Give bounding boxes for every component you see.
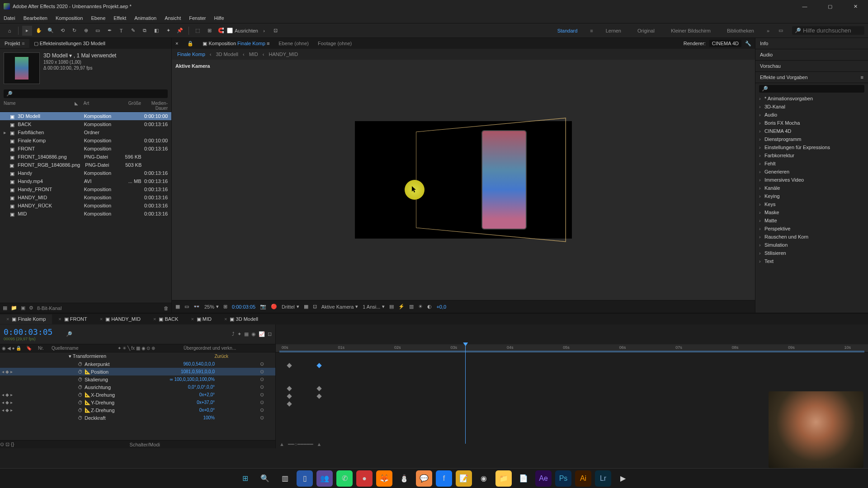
project-item[interactable]: ▣Finale KompKomposition0:00:10:00 (0, 136, 171, 145)
shape-tool-icon[interactable]: ▭ (93, 26, 103, 36)
effect-category[interactable]: Dienstprogramm (755, 135, 868, 143)
shy-icon[interactable]: ⤴ (232, 331, 235, 337)
effect-category[interactable]: Matte (755, 216, 868, 225)
timeline-tab[interactable]: × ▣ 3D Modell (218, 314, 264, 324)
menu-edit[interactable]: Bearbeiten (24, 15, 47, 21)
effect-category[interactable]: Audio (755, 111, 868, 119)
timeline-tab[interactable]: × ▣ HANDY_MID (94, 314, 147, 324)
effects-list[interactable]: * Animationsvorgaben3D-KanalAudioBoris F… (755, 94, 868, 313)
project-item[interactable]: ▣3D ModellKomposition0:00:10:00 (0, 112, 171, 120)
breadcrumb-item[interactable]: HANDY_MID (269, 52, 298, 57)
timeline-property-row[interactable]: ⏱ Ankerpunkt960,0,540,0,0,0⊙ (0, 360, 275, 368)
hand-tool-icon[interactable]: ✋ (34, 26, 44, 36)
panel-preview[interactable]: Vorschau (755, 61, 868, 72)
effect-category[interactable]: Maske (755, 208, 868, 216)
tab-effect-controls[interactable]: ▢ Effekteinstellungen 3D Modell (29, 39, 110, 48)
trash-icon[interactable]: 🗑 (164, 305, 169, 311)
exposure-value[interactable]: +0,0 (436, 304, 446, 310)
keyframe-icon[interactable] (287, 401, 292, 406)
zoom-dropdown[interactable]: 25% ▾ (204, 304, 219, 310)
project-item[interactable]: ▣BACKKomposition0:00:13:16 (0, 120, 171, 128)
frame-blend-icon[interactable]: ▦ (244, 331, 249, 337)
workspace-learn[interactable]: Lernen (602, 26, 625, 35)
obs-icon[interactable]: ◉ (476, 470, 492, 487)
timeline-tab[interactable]: × ▣ MID (184, 314, 218, 324)
taskbar-search-icon[interactable]: 🔍 (257, 470, 273, 487)
menu-composition[interactable]: Komposition (56, 15, 83, 21)
rotate-tool-icon[interactable]: ↻ (69, 26, 79, 36)
toggle-switches-icon[interactable]: ⊙ ⊡ {} (0, 441, 14, 447)
playhead[interactable] (465, 344, 466, 444)
timeline-property-row[interactable]: ⏱ Skalierung∞ 100,0,100,0,100,0%⊙ (0, 375, 275, 383)
project-item[interactable]: ▣HANDY_RÜCKKomposition0:00:13:16 (0, 202, 171, 210)
tab-composition[interactable]: ▣ Komposition Finale Komp ≡ (203, 41, 269, 47)
maximize-button[interactable]: ▢ (821, 2, 839, 11)
keyframe-icon[interactable] (287, 363, 292, 368)
tab-project[interactable]: Projekt≡ (0, 39, 29, 48)
renderer-value[interactable]: CINEMA 4D (709, 40, 741, 47)
panel-info[interactable]: Info (755, 38, 868, 49)
effect-category[interactable]: Kanäle (755, 184, 868, 192)
timeline-tab[interactable]: × ▣ Finale Komp (0, 314, 52, 324)
project-item[interactable]: ▣Handy.mp4AVI... MB0:00:13:16 (0, 177, 171, 185)
notes-icon[interactable]: 📝 (456, 470, 472, 487)
app-icon[interactable]: ▶ (615, 470, 631, 487)
timeline-timecode[interactable]: 0:00:03:05 (4, 327, 52, 337)
effect-category[interactable]: Text (755, 257, 868, 265)
photoshop-icon[interactable]: Ps (555, 470, 571, 487)
phone-layer[interactable] (481, 130, 527, 230)
region-icon[interactable]: ⊡ (313, 304, 317, 310)
zoom-tool-icon[interactable]: 🔍 (46, 26, 56, 36)
tab-layer[interactable]: Ebene (ohne) (278, 41, 309, 46)
graph-icon[interactable]: 📈 (259, 331, 265, 337)
snapshot-icon[interactable]: 📷 (260, 304, 266, 310)
project-item[interactable]: ▸▣FarbflächenOrdner (0, 128, 171, 136)
selection-tool-icon[interactable]: ▸ (22, 26, 32, 36)
breadcrumb-item[interactable]: MID (249, 52, 258, 57)
snap-grid-icon[interactable]: ⊡ (271, 26, 281, 36)
workspace-small[interactable]: Kleiner Bildschirm (667, 26, 714, 35)
preview-time[interactable]: 0:00:03:05 (232, 304, 255, 310)
workspace-original[interactable]: Original (634, 26, 658, 35)
zoom-in-icon[interactable]: ▲ (317, 441, 322, 447)
timeline-property-row[interactable]: ◂ ◆ ▸⏱ 📐 Position1081,0,591,0,0,0⊙ (0, 368, 275, 375)
effect-category[interactable]: Fehlt (755, 160, 868, 168)
keyframe-icon[interactable] (316, 394, 321, 399)
type-tool-icon[interactable]: T (116, 26, 126, 36)
firefox-icon[interactable]: 🦊 (376, 470, 392, 487)
adjust-icon[interactable]: ⊡ (268, 331, 272, 337)
pen-tool-icon[interactable]: ✒ (104, 26, 114, 36)
brush-tool-icon[interactable]: ✎ (128, 26, 138, 36)
menu-view[interactable]: Ansicht (165, 15, 181, 21)
breadcrumb-item[interactable]: 3D Modell (216, 52, 238, 57)
effect-category[interactable]: Keys (755, 200, 868, 208)
effect-category[interactable]: Farbkorrektur (755, 151, 868, 160)
timeline-icon[interactable]: ▥ (409, 304, 414, 310)
interpret-icon[interactable]: ▦ (3, 305, 7, 311)
project-item[interactable]: ▣FRONT_1840886.pngPNG-Datei596 KB (0, 153, 171, 161)
motion-blur-icon[interactable]: ◉ (251, 331, 256, 337)
timeline-tab[interactable]: × ▣ BACK (147, 314, 184, 324)
task-view-icon[interactable]: ▥ (277, 470, 293, 487)
fast-preview-icon[interactable]: ⚡ (398, 304, 405, 310)
keyframe-icon[interactable] (287, 386, 292, 391)
effect-category[interactable]: Einstellungen für Expressions (755, 143, 868, 151)
panel-effects-presets[interactable]: Effekte und Vorgaben≡ (755, 72, 868, 83)
new-folder-icon[interactable]: 📁 (11, 305, 17, 311)
lightroom-icon[interactable]: Lr (595, 470, 611, 487)
workspace-menu-icon[interactable]: ≡ (590, 28, 593, 33)
effect-category[interactable]: Stilisieren (755, 249, 868, 257)
panel-audio[interactable]: Audio (755, 49, 868, 61)
timeline-tab[interactable]: × ▣ FRONT (52, 314, 93, 324)
project-item[interactable]: ▣HANDY_MIDKomposition0:00:13:16 (0, 193, 171, 202)
workspace-libs[interactable]: Bibliotheken (723, 26, 758, 35)
menu-layer[interactable]: Ebene (91, 15, 105, 21)
clone-tool-icon[interactable]: ⧉ (140, 26, 150, 36)
messenger-icon[interactable]: 💬 (416, 470, 432, 487)
workspace-overflow-icon[interactable]: » (767, 28, 769, 33)
project-item[interactable]: ▣Handy_FRONTKomposition0:00:13:16 (0, 185, 171, 193)
facebook-icon[interactable]: f (436, 470, 452, 487)
3d-icon[interactable]: 👓 (193, 304, 200, 310)
channel-icon[interactable]: 🔴 (271, 304, 277, 310)
app-icon[interactable]: ● (356, 470, 373, 487)
